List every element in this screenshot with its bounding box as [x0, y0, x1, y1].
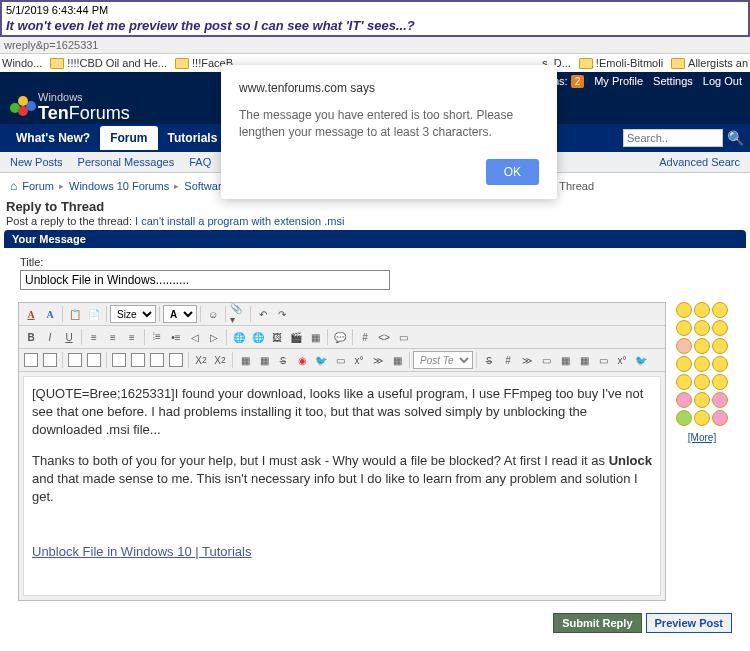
emoji-more-link[interactable]: [More]: [672, 432, 732, 443]
hash-icon[interactable]: #: [356, 328, 374, 346]
size-select[interactable]: Size: [110, 305, 156, 323]
tool-icon[interactable]: ▦: [556, 351, 574, 369]
emoji-wink-icon[interactable]: [694, 356, 710, 372]
tool-icon[interactable]: x°: [350, 351, 368, 369]
emoji-shades-icon[interactable]: [676, 374, 692, 390]
settings-link[interactable]: Settings: [653, 75, 693, 87]
bookmark-item[interactable]: Windo...: [2, 57, 42, 69]
link-advanced-search[interactable]: Advanced Searc: [659, 156, 740, 168]
undo-icon[interactable]: ↶: [254, 305, 272, 323]
link-icon[interactable]: 🌐: [230, 328, 248, 346]
tab-forum[interactable]: Forum: [100, 126, 157, 150]
logout-link[interactable]: Log Out: [703, 75, 742, 87]
twitter-icon[interactable]: 🐦: [312, 351, 330, 369]
paste-icon[interactable]: 📋: [66, 305, 84, 323]
tool-icon[interactable]: ≫: [369, 351, 387, 369]
php-icon[interactable]: ▭: [394, 328, 412, 346]
emoji-confused-icon[interactable]: [712, 302, 728, 318]
outdent-icon[interactable]: ◁: [186, 328, 204, 346]
emoji-pig-icon[interactable]: [712, 410, 728, 426]
image-icon[interactable]: 🖼: [268, 328, 286, 346]
emoji-tongue-icon[interactable]: [712, 374, 728, 390]
emoji-sad-icon[interactable]: [694, 302, 710, 318]
redo-icon[interactable]: ↷: [273, 305, 291, 323]
emoji-sleep-icon[interactable]: [694, 410, 710, 426]
logo-brand[interactable]: TenForums: [38, 103, 130, 124]
underline-icon[interactable]: U: [60, 328, 78, 346]
home-icon[interactable]: ⌂: [10, 179, 17, 193]
emoji-grin-icon[interactable]: [712, 320, 728, 336]
tool-icon[interactable]: ▦: [236, 351, 254, 369]
post-template-select[interactable]: Post Te...: [413, 351, 473, 369]
paste-word-icon[interactable]: 📄: [85, 305, 103, 323]
emoji-cry-icon[interactable]: [712, 338, 728, 354]
tool-icon[interactable]: [167, 351, 185, 369]
emoji-thumbs-up-icon[interactable]: [676, 338, 692, 354]
ok-button[interactable]: OK: [486, 159, 539, 185]
tool-icon[interactable]: [85, 351, 103, 369]
tool-icon[interactable]: ≫: [518, 351, 536, 369]
emoji-star-icon[interactable]: [676, 410, 692, 426]
emoji-worried-icon[interactable]: [676, 320, 692, 336]
align-left-icon[interactable]: ≡: [85, 328, 103, 346]
tool-icon[interactable]: x°: [613, 351, 631, 369]
link-faq[interactable]: FAQ: [189, 156, 211, 168]
superscript-icon[interactable]: X2: [211, 351, 229, 369]
tool-icon[interactable]: [22, 351, 40, 369]
thread-link[interactable]: I can't install a program with extension…: [135, 215, 344, 227]
emoji-shock-icon[interactable]: [694, 320, 710, 336]
smilie-icon[interactable]: ☺: [204, 305, 222, 323]
bookmark-item[interactable]: !Emoli-Bitmoli: [579, 57, 663, 69]
editor-tutorial-link[interactable]: Unblock File in Windows 10 | Tutorials: [32, 544, 251, 559]
emoji-heart-icon[interactable]: [712, 392, 728, 408]
tool-icon[interactable]: ▦: [388, 351, 406, 369]
bold-icon[interactable]: B: [22, 328, 40, 346]
tool-icon[interactable]: [129, 351, 147, 369]
tool-icon[interactable]: ▭: [331, 351, 349, 369]
ordered-list-icon[interactable]: ⦙≡: [148, 328, 166, 346]
search-icon[interactable]: 🔍: [727, 130, 744, 146]
preview-post-button[interactable]: Preview Post: [646, 613, 732, 633]
crumb-category[interactable]: Windows 10 Forums: [69, 180, 169, 192]
video-icon[interactable]: 🎬: [287, 328, 305, 346]
submit-reply-button[interactable]: Submit Reply: [553, 613, 641, 633]
tool-icon[interactable]: ◉: [293, 351, 311, 369]
bookmark-item[interactable]: Allergists an: [671, 57, 748, 69]
align-center-icon[interactable]: ≡: [104, 328, 122, 346]
emoji-happy-icon[interactable]: [676, 356, 692, 372]
unordered-list-icon[interactable]: •≡: [167, 328, 185, 346]
tool-icon[interactable]: [148, 351, 166, 369]
subscript-icon[interactable]: X2: [192, 351, 210, 369]
table-icon[interactable]: ▦: [306, 328, 324, 346]
tab-tutorials[interactable]: Tutorials: [158, 126, 228, 150]
unlink-icon[interactable]: 🌐: [249, 328, 267, 346]
emoji-cool-icon[interactable]: [694, 338, 710, 354]
editor-textarea[interactable]: [QUOTE=Bree;1625331]I found your downloa…: [23, 376, 661, 596]
link-new-posts[interactable]: New Posts: [10, 156, 63, 168]
switch-editor-icon[interactable]: A: [22, 305, 40, 323]
crumb-forum[interactable]: Forum: [22, 180, 54, 192]
tool-icon[interactable]: ▭: [594, 351, 612, 369]
italic-icon[interactable]: I: [41, 328, 59, 346]
tool-icon[interactable]: [66, 351, 84, 369]
attachment-icon[interactable]: 📎▾: [229, 305, 247, 323]
title-input[interactable]: [20, 270, 390, 290]
hash-icon[interactable]: #: [499, 351, 517, 369]
tool-icon[interactable]: [41, 351, 59, 369]
search-input[interactable]: [623, 129, 723, 147]
emoji-laugh-icon[interactable]: [694, 374, 710, 390]
twitter-icon[interactable]: 🐦: [632, 351, 650, 369]
remove-format-icon[interactable]: A: [41, 305, 59, 323]
tool-icon[interactable]: ▭: [537, 351, 555, 369]
strikethrough-icon[interactable]: S̶: [274, 351, 292, 369]
code-icon[interactable]: <>: [375, 328, 393, 346]
strikethrough-icon[interactable]: S̶: [480, 351, 498, 369]
emoji-sick-icon[interactable]: [676, 392, 692, 408]
bookmark-item[interactable]: !!!!CBD Oil and He...: [50, 57, 167, 69]
font-select[interactable]: A: [163, 305, 197, 323]
emoji-smile-icon[interactable]: [676, 302, 692, 318]
quote-icon[interactable]: 💬: [331, 328, 349, 346]
tool-icon[interactable]: ▦: [255, 351, 273, 369]
tool-icon[interactable]: ▦: [575, 351, 593, 369]
emoji-zipped-icon[interactable]: [694, 392, 710, 408]
